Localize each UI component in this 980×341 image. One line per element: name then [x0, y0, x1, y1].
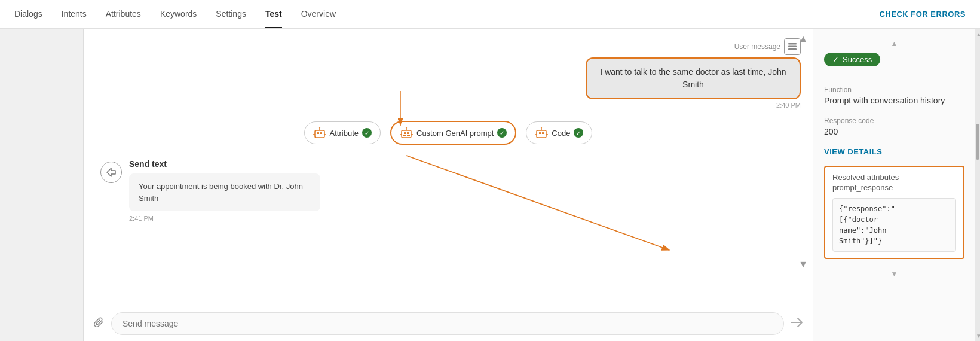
custom-genai-node-label: Custom GenAI prompt: [416, 129, 494, 138]
chat-scroll[interactable]: ▲ User message I want to talk to the sam…: [84, 29, 813, 306]
svg-rect-20: [539, 132, 541, 134]
send-button[interactable]: [790, 316, 803, 331]
function-value: Prompt with conversation history: [824, 95, 964, 107]
send-text-message: Your appointment is being booked with Dr…: [139, 182, 303, 203]
node-row: Attribute ✓: [96, 121, 801, 145]
nav-settings[interactable]: Settings: [216, 1, 246, 28]
user-message-bubble: I want to talk to the same doctor as las…: [586, 57, 801, 99]
main-layout: ▲ User message I want to talk to the sam…: [0, 29, 980, 341]
top-navigation: Dialogs Intents Attributes Keywords Sett…: [0, 0, 980, 29]
svg-rect-4: [317, 132, 319, 134]
svg-rect-1: [788, 46, 797, 48]
genai-robot-icon: [400, 127, 413, 139]
send-text-bubble: Your appointment is being booked with Dr…: [129, 173, 320, 211]
node-row-container: Attribute ✓: [96, 121, 801, 145]
right-scroll-thumb[interactable]: [976, 124, 979, 160]
scroll-icon[interactable]: [784, 38, 801, 55]
view-details-link[interactable]: VIEW DETAILS: [824, 147, 964, 156]
resolved-attrs-code: {"response":"[{"doctorname":"JohnSmith"}…: [832, 198, 956, 252]
nav-dialogs[interactable]: Dialogs: [14, 1, 42, 28]
attribute-node-label: Attribute: [330, 129, 359, 138]
svg-rect-17: [403, 135, 406, 136]
code-node[interactable]: Code ✓: [526, 121, 592, 144]
send-text-content: Send text Your appointment is being book…: [129, 159, 320, 222]
send-text-symbol: [105, 166, 117, 178]
custom-genai-check: ✓: [497, 128, 507, 138]
svg-rect-0: [788, 43, 797, 45]
attribute-check: ✓: [362, 128, 372, 138]
resolved-attrs-container: Resolved attributes prompt_response {"re…: [824, 166, 964, 259]
panel-scroll-down[interactable]: ▼: [824, 269, 964, 279]
chat-area: ▲ User message I want to talk to the sam…: [84, 29, 813, 341]
svg-point-7: [318, 127, 320, 128]
resolved-attrs-title: Resolved attributes: [832, 173, 956, 182]
user-message-time: 2:40 PM: [776, 102, 801, 109]
svg-rect-11: [404, 132, 406, 134]
resolved-attrs-subtitle: prompt_response: [832, 183, 956, 192]
svg-rect-18: [407, 135, 410, 136]
send-text-icon: [100, 162, 122, 183]
code-check: ✓: [574, 128, 583, 138]
success-badge: ✓ Success: [824, 53, 880, 66]
response-code-value: 200: [824, 126, 964, 138]
function-label: Function: [824, 86, 964, 94]
nav-intents[interactable]: Intents: [62, 1, 87, 28]
send-text-label: Send text: [129, 159, 320, 169]
svg-rect-10: [402, 130, 411, 138]
user-message-container: User message I want to talk to the same …: [96, 38, 801, 109]
svg-point-23: [541, 127, 543, 128]
send-text-section: Send text Your appointment is being book…: [96, 159, 801, 222]
code-node-label: Code: [552, 129, 570, 138]
code-robot-icon: [535, 127, 548, 139]
svg-rect-19: [537, 130, 546, 138]
user-message-text: I want to talk to the same doctor as las…: [600, 67, 786, 89]
panel-scroll-up[interactable]: ▲: [824, 38, 964, 49]
custom-genai-node[interactable]: Custom GenAI prompt ✓: [390, 121, 516, 145]
right-panel-scroll[interactable]: ▲ ✓ Success Function Prompt with convers…: [813, 29, 975, 341]
response-code-label: Response code: [824, 117, 964, 125]
svg-rect-5: [320, 132, 322, 134]
right-panel: ▲ ✓ Success Function Prompt with convers…: [813, 29, 980, 341]
scroll-down-arrow[interactable]: ▼: [798, 259, 808, 270]
nav-overview[interactable]: Overview: [301, 1, 336, 28]
chat-input[interactable]: [111, 312, 784, 335]
success-icon: ✓: [832, 55, 839, 64]
svg-rect-2: [788, 48, 797, 50]
svg-rect-21: [542, 132, 544, 134]
attribute-robot-icon: [313, 127, 326, 139]
send-text-time: 2:41 PM: [129, 215, 320, 222]
svg-point-14: [406, 127, 408, 128]
user-message-label: User message: [734, 38, 801, 55]
check-errors-button[interactable]: CHECK FOR ERRORS: [879, 10, 966, 19]
success-label: Success: [843, 55, 872, 64]
right-scroll-track[interactable]: ▲ ▼: [975, 29, 980, 341]
svg-rect-3: [315, 130, 324, 138]
nav-attributes[interactable]: Attributes: [106, 1, 141, 28]
nav-keywords[interactable]: Keywords: [160, 1, 197, 28]
svg-rect-12: [407, 132, 409, 134]
user-message-label-text: User message: [734, 42, 780, 51]
attribute-node[interactable]: Attribute ✓: [304, 121, 381, 144]
nav-test[interactable]: Test: [265, 1, 282, 28]
left-sidebar: [0, 29, 84, 341]
attach-icon[interactable]: [93, 316, 105, 331]
chat-input-bar: [84, 306, 813, 341]
